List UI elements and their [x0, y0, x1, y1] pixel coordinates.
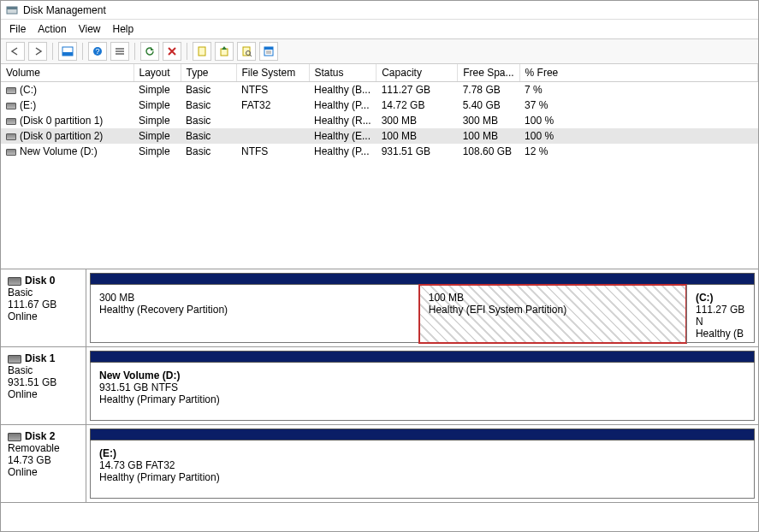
page-button[interactable] — [193, 42, 211, 61]
volume-list[interactable]: Volume Layout Type File System Status Ca… — [1, 64, 758, 269]
cell: Healthy (P... — [309, 98, 377, 113]
col-layout[interactable]: Layout — [133, 64, 181, 82]
col-type[interactable]: Type — [181, 64, 236, 82]
table-row[interactable]: (Disk 0 partition 1)SimpleBasicHealthy (… — [1, 113, 758, 128]
cell: 300 MB — [377, 113, 458, 128]
cell: 37 % — [519, 98, 757, 113]
menu-view[interactable]: View — [79, 23, 101, 35]
cell: 7 % — [519, 82, 757, 98]
refresh-button[interactable] — [140, 42, 159, 61]
disk-size: 111.67 GB — [8, 299, 79, 310]
cell — [236, 113, 309, 128]
partition-block[interactable]: (E:)14.73 GB FAT32Healthy (Primary Parti… — [90, 440, 755, 499]
partition-status: Healthy (B — [696, 328, 745, 340]
disk-graph: New Volume (D:)931.51 GB NTFSHealthy (Pr… — [86, 347, 758, 424]
disk-type: Basic — [8, 364, 79, 376]
app-icon — [6, 4, 18, 16]
disk-graph: 300 MBHealthy (Recovery Partition)100 MB… — [86, 269, 758, 346]
toolbar-sep — [134, 43, 135, 60]
toolbar: ? — [1, 39, 758, 64]
partition-block[interactable]: (C:)111.27 GB NHealthy (B — [686, 285, 755, 343]
col-status[interactable]: Status — [309, 64, 377, 82]
cell: Simple — [133, 82, 181, 98]
page-search-button[interactable] — [237, 42, 256, 61]
partition-title: New Volume (D:) — [99, 369, 745, 381]
cell: 100 MB — [458, 128, 519, 144]
partition-status: Healthy (Primary Partition) — [99, 471, 745, 483]
cell: FAT32 — [236, 98, 309, 113]
svg-rect-6 — [116, 48, 124, 50]
toolbar-sep — [187, 43, 187, 60]
svg-rect-10 — [221, 49, 228, 56]
view-bottom-button[interactable] — [58, 42, 77, 61]
menu-action[interactable]: Action — [38, 23, 66, 35]
col-free[interactable]: Free Spa... — [458, 64, 519, 82]
disk-header-bar — [90, 273, 755, 285]
cell: Basic — [181, 82, 236, 98]
cell: 100 MB — [377, 128, 458, 144]
partition-size: 14.73 GB FAT32 — [99, 459, 745, 471]
menu-file[interactable]: File — [9, 23, 26, 35]
disk-info[interactable]: Disk 0Basic111.67 GBOnline — [1, 269, 86, 346]
disk-type: Removable — [8, 442, 79, 454]
svg-rect-9 — [199, 47, 205, 56]
disk-name: Disk 2 — [25, 430, 55, 442]
cell: Simple — [133, 144, 181, 159]
vol-name: (Disk 0 partition 2) — [20, 130, 103, 142]
help-button[interactable]: ? — [88, 42, 107, 61]
cell: 111.27 GB — [377, 82, 458, 98]
cell: 300 MB — [458, 113, 519, 128]
cell: Healthy (B... — [309, 82, 377, 98]
table-row[interactable]: New Volume (D:)SimpleBasicNTFSHealthy (P… — [1, 144, 758, 159]
menu-help[interactable]: Help — [113, 23, 134, 35]
cell: Basic — [181, 144, 236, 159]
toolbar-sep — [82, 43, 83, 60]
cell — [236, 128, 309, 144]
svg-rect-8 — [116, 53, 124, 55]
partition-status: Healthy (EFI System Partition) — [429, 304, 677, 316]
partition-status: Healthy (Primary Partition) — [99, 393, 745, 405]
partition-block[interactable]: New Volume (D:)931.51 GB NTFSHealthy (Pr… — [90, 363, 755, 421]
drive-icon — [6, 133, 16, 140]
partition-size: 111.27 GB N — [696, 304, 745, 328]
table-row[interactable]: (Disk 0 partition 2)SimpleBasicHealthy (… — [1, 128, 758, 144]
disk-state: Online — [8, 310, 79, 322]
cell: Simple — [133, 128, 181, 144]
partition-block[interactable]: 100 MBHealthy (EFI System Partition) — [419, 285, 686, 343]
disk-graphical-view: Disk 0Basic111.67 GBOnline300 MBHealthy … — [1, 269, 758, 503]
partition-block[interactable]: 300 MBHealthy (Recovery Partition) — [90, 285, 419, 343]
cell: 5.40 GB — [458, 98, 519, 113]
disk-info[interactable]: Disk 1Basic931.51 GBOnline — [1, 347, 86, 424]
cell: 100 % — [519, 128, 757, 144]
window-title: Disk Management — [23, 4, 106, 16]
page-up-button[interactable] — [215, 42, 234, 61]
table-row[interactable]: (E:)SimpleBasicFAT32Healthy (P...14.72 G… — [1, 98, 758, 113]
col-fs[interactable]: File System — [236, 64, 309, 82]
disk-panel: Disk 0Basic111.67 GBOnline300 MBHealthy … — [1, 269, 758, 347]
properties-button[interactable] — [259, 42, 278, 61]
col-volume[interactable]: Volume — [1, 64, 133, 82]
col-pct[interactable]: % Free — [519, 64, 757, 82]
disk-icon — [8, 433, 21, 441]
drive-icon — [6, 87, 16, 94]
back-button[interactable] — [6, 42, 25, 61]
partition-row: (E:)14.73 GB FAT32Healthy (Primary Parti… — [90, 440, 755, 499]
settings-list-button[interactable] — [110, 42, 129, 61]
svg-rect-1 — [7, 7, 17, 9]
partition-row: 300 MBHealthy (Recovery Partition)100 MB… — [90, 285, 755, 343]
cell: Simple — [133, 113, 181, 128]
disk-info[interactable]: Disk 2Removable14.73 GBOnline — [1, 425, 86, 502]
table-row[interactable]: (C:)SimpleBasicNTFSHealthy (B...111.27 G… — [1, 82, 758, 98]
disk-name: Disk 0 — [25, 275, 55, 287]
cell: (C:) — [1, 82, 133, 98]
disk-state: Online — [8, 466, 79, 478]
disk-name: Disk 1 — [25, 352, 55, 364]
vol-name: (E:) — [20, 99, 36, 111]
forward-button[interactable] — [28, 42, 47, 61]
partition-size: 100 MB — [429, 292, 677, 304]
toolbar-sep — [52, 43, 53, 60]
delete-button[interactable] — [163, 42, 181, 61]
partition-size: 300 MB — [99, 292, 410, 304]
col-capacity[interactable]: Capacity — [377, 64, 458, 82]
disk-panel: Disk 1Basic931.51 GBOnlineNew Volume (D:… — [1, 347, 758, 425]
